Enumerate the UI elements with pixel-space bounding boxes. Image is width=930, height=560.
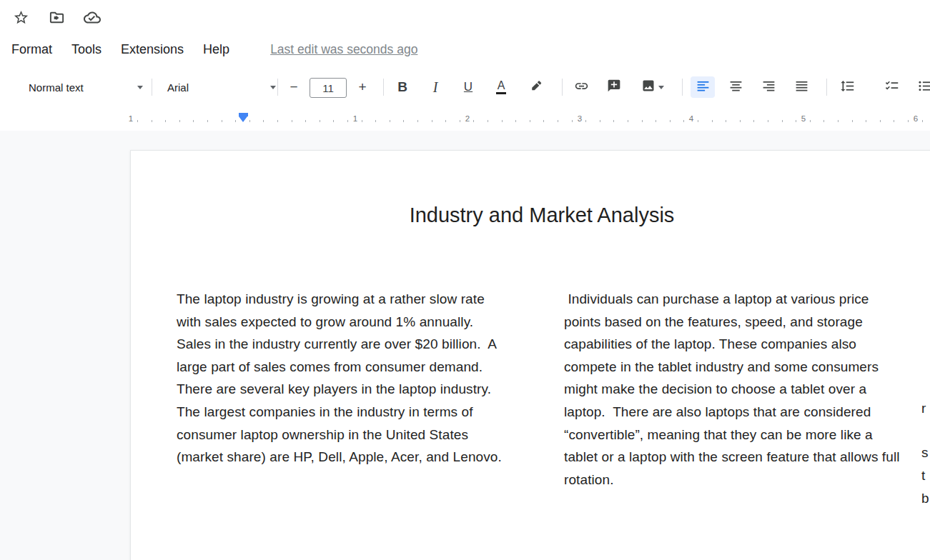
checklist-icon [884,79,899,96]
text-color-button[interactable]: A [489,76,513,98]
document-column-right[interactable]: Individuals can purchase a laptop at var… [564,288,900,491]
align-left-icon [696,79,711,96]
chevron-down-icon [137,86,143,89]
justify-button[interactable] [789,76,813,98]
ruler-label: 6 [911,114,921,123]
toolbar-divider [152,79,152,96]
ruler-ticks [137,120,930,122]
link-icon [574,79,589,96]
toolbar-divider [277,79,278,96]
menu-item-extensions[interactable]: Extensions [121,42,184,57]
ruler-label: 4 [686,114,696,123]
font-name-label: Arial [167,81,189,94]
ruler[interactable]: 1 1 2 3 4 5 6 [0,111,930,131]
menubar: Format Tools Extensions Help Last edit w… [0,34,930,64]
indent-marker[interactable] [239,113,248,122]
highlight-color-button[interactable] [523,76,548,98]
menu-item-help[interactable]: Help [203,42,229,57]
clipped-text-fragment: r [921,401,926,416]
star-icon[interactable] [12,9,29,26]
toolbar-divider [682,79,683,96]
ruler-label: 3 [575,114,585,123]
paragraph-style-selector[interactable]: Normal text [20,76,152,98]
bulleted-list-icon [917,79,930,96]
toolbar: Normal text Arial − 11 + B I U A [0,64,930,111]
menu-item-format[interactable]: Format [11,42,52,57]
bulleted-list-button[interactable] [911,76,930,98]
move-icon[interactable] [48,9,65,26]
ruler-label: 1 [126,114,136,123]
document-canvas: Industry and Market Analysis The laptop … [0,131,930,560]
underline-button[interactable]: U [456,76,480,98]
document-column-left[interactable]: The laptop industry is growing at a rath… [177,288,505,469]
align-right-icon [761,79,776,96]
ruler-label: 1 [350,114,360,123]
add-comment-button[interactable] [602,76,626,98]
clipped-text-fragment: s [921,445,929,461]
chevron-down-icon [270,86,276,89]
left-indent-marker[interactable] [239,116,247,122]
italic-button[interactable]: I [423,76,447,98]
toolbar-divider [562,79,563,96]
decrease-font-size-button[interactable]: − [283,76,305,98]
bold-button[interactable]: B [390,76,415,98]
ruler-label: 2 [462,114,473,123]
checklist-button[interactable] [878,76,905,98]
image-icon [641,79,656,96]
align-right-button[interactable] [756,76,781,98]
increase-font-size-button[interactable]: + [352,76,373,98]
document-title[interactable]: Industry and Market Analysis [131,204,930,227]
line-spacing-button[interactable] [833,76,861,98]
insert-image-button[interactable] [635,76,671,98]
titlebar [0,0,930,34]
clipped-text-fragment: b [921,491,929,506]
add-comment-icon [607,79,621,96]
menu-item-tools[interactable]: Tools [71,42,102,57]
highlighter-icon [528,79,543,96]
toolbar-divider [826,79,827,96]
paragraph-style-label: Normal text [29,81,84,94]
cloud-saved-icon[interactable] [84,9,101,26]
toolbar-divider [383,79,384,96]
ruler-label: 5 [798,114,808,123]
insert-link-button[interactable] [569,76,593,98]
font-selector[interactable]: Arial [159,76,285,98]
align-center-button[interactable] [723,76,748,98]
clipped-text-fragment: t [921,468,925,484]
line-spacing-icon [840,79,855,96]
text-color-label: A [496,80,507,94]
align-center-icon [728,79,743,96]
chevron-down-icon [658,86,664,89]
justify-icon [794,79,809,96]
document-page[interactable]: Industry and Market Analysis The laptop … [130,150,930,560]
last-edit-link[interactable]: Last edit was seconds ago [270,42,417,57]
font-size-input[interactable]: 11 [310,78,347,98]
align-left-button[interactable] [691,76,715,98]
